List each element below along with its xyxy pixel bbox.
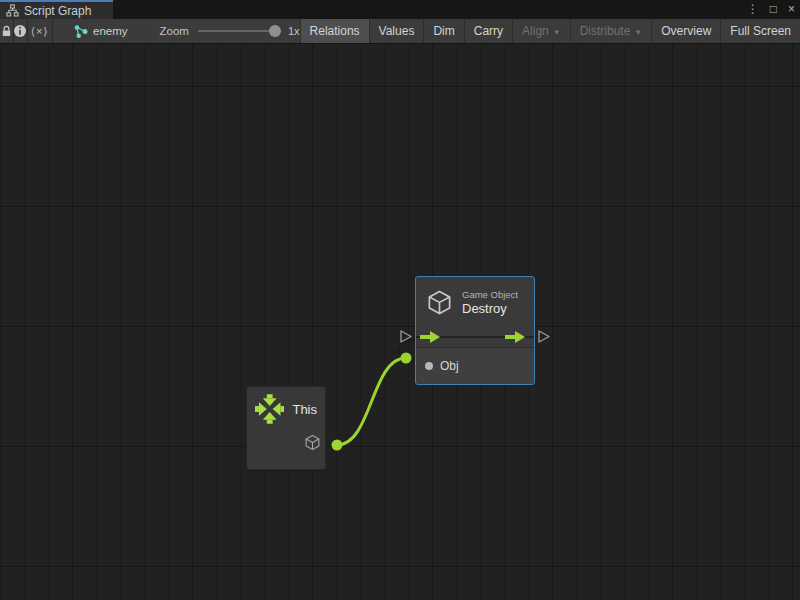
carry-button[interactable]: Carry: [464, 19, 512, 43]
tab-title: Script Graph: [24, 4, 91, 18]
chevron-down-icon: ▼: [634, 28, 642, 37]
node-destroy[interactable]: Game Object Destroy Obj: [415, 276, 535, 385]
game-object-icon: [426, 289, 453, 316]
obj-input-label: Obj: [440, 359, 459, 373]
obj-input-port[interactable]: [425, 362, 433, 370]
overview-button[interactable]: Overview: [651, 19, 720, 43]
lock-icon: [0, 24, 13, 38]
connection-wire[interactable]: [337, 358, 406, 445]
node-destroy-header: Game Object Destroy: [416, 277, 534, 327]
full-screen-button[interactable]: Full Screen: [720, 19, 800, 43]
graph-hierarchy-icon: [6, 4, 19, 17]
control-input-stub-icon[interactable]: [398, 329, 413, 344]
obj-input-row: Obj: [416, 348, 534, 384]
close-icon[interactable]: ×: [788, 0, 795, 19]
connection-layer: [0, 44, 800, 600]
this-self-icon: [255, 394, 284, 424]
connection-endpoint-target[interactable]: [401, 353, 412, 364]
zoom-slider[interactable]: [198, 30, 278, 32]
node-this[interactable]: This: [246, 386, 326, 470]
script-graph-asset-icon: [74, 25, 88, 38]
window-controls: ⋮ □ ×: [747, 0, 795, 19]
node-title: Destroy: [462, 301, 518, 316]
node-title: This: [292, 402, 317, 417]
node-titles: Game Object Destroy: [462, 289, 518, 316]
zoom-label: Zoom: [160, 25, 189, 37]
graph-canvas[interactable]: This Game Object Destroy: [0, 44, 800, 600]
zoom-slider-handle[interactable]: [269, 25, 281, 37]
zoom-value: 1x: [288, 25, 300, 37]
connection-endpoint-source[interactable]: [332, 440, 343, 451]
graph-toolbar: ⟨×⟩ enemy Zoom 1x Relations Values Dim C…: [0, 19, 800, 44]
breadcrumb[interactable]: enemy: [74, 19, 128, 43]
relations-button[interactable]: Relations: [300, 19, 369, 43]
info-button[interactable]: [13, 19, 27, 43]
control-input-port[interactable]: [420, 331, 440, 343]
info-icon: [13, 24, 27, 38]
node-this-header: This: [247, 387, 325, 431]
game-object-output-port[interactable]: [304, 434, 321, 451]
values-button[interactable]: Values: [369, 19, 424, 43]
dim-button[interactable]: Dim: [423, 19, 463, 43]
tab-script-graph[interactable]: Script Graph: [0, 0, 113, 19]
control-output-stub-icon[interactable]: [536, 329, 551, 344]
control-ports-row: [416, 327, 534, 347]
zoom-control: Zoom 1x: [160, 19, 300, 43]
chevron-down-icon: ▼: [553, 28, 561, 37]
breadcrumb-graph-name: enemy: [93, 25, 128, 37]
window-titlebar: Script Graph ⋮ □ ×: [0, 0, 800, 19]
align-dropdown[interactable]: Align ▼: [512, 19, 570, 43]
lock-button[interactable]: [0, 19, 13, 43]
code-preview-toggle[interactable]: ⟨×⟩: [28, 19, 52, 43]
control-output-port[interactable]: [505, 331, 525, 343]
node-surtitle: Game Object: [462, 289, 518, 300]
window-menu-icon[interactable]: ⋮: [747, 0, 759, 19]
toolbar-buttons: Relations Values Dim Carry Align ▼ Distr…: [300, 19, 800, 43]
maximize-icon[interactable]: □: [770, 0, 777, 19]
distribute-dropdown[interactable]: Distribute ▼: [570, 19, 652, 43]
